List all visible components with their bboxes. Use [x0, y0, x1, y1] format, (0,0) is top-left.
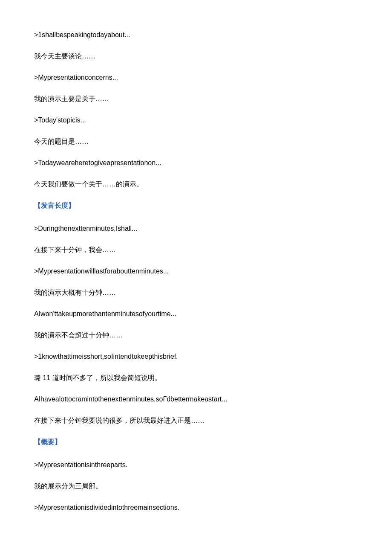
text-line: AIwon'ttakeupmorethantenminutesofyourtim… [34, 309, 358, 319]
text-line: >1knowthattimeisshort,soIintendtokeepthi… [34, 352, 358, 362]
text-line: 在接下来十分钟，我会…… [34, 245, 358, 255]
text-line: 在接下来十分钟我要说的很多，所以我最好进入正题…… [34, 416, 358, 426]
text-line: 我的演示大概有十分钟…… [34, 288, 358, 298]
text-line: >1shallbespeakingtodayabout... [34, 30, 358, 40]
text-line: 今天我们要做一个关于……的演示。 [34, 179, 358, 189]
text-line: >Mypresentationwilllastforabouttenminute… [34, 266, 358, 276]
section-heading: 【概要】 [34, 437, 358, 447]
text-line: 璐 11 道时间不多了，所以我会简短说明。 [34, 373, 358, 383]
text-line: 我的演示不会超过十分钟…… [34, 330, 358, 340]
text-line: 我的展示分为三局部。 [34, 481, 358, 491]
text-line: 我的演示主要是关于…… [34, 94, 358, 104]
document-content: >1shallbespeakingtodayabout...我今天主要谈论……>… [34, 30, 358, 513]
text-line: 我今天主要谈论…… [34, 51, 358, 61]
text-line: >Duringthenexttenminutes,Ishall... [34, 224, 358, 234]
text-line: >Mypresentationisdividedintothreemainsec… [34, 503, 358, 513]
text-line: >Today'stopicis... [34, 115, 358, 125]
text-line: AIhavealottocramintothenexttenminutes,so… [34, 394, 358, 404]
text-line: >Mypresentationconcerns... [34, 73, 358, 83]
text-line: >Todayweareheretogiveapresentationon... [34, 158, 358, 168]
text-line: 今天的题目是…… [34, 137, 358, 147]
section-heading: 【发言长度】 [34, 200, 358, 211]
text-line: >Mypresentationisinthreeparts. [34, 460, 358, 470]
